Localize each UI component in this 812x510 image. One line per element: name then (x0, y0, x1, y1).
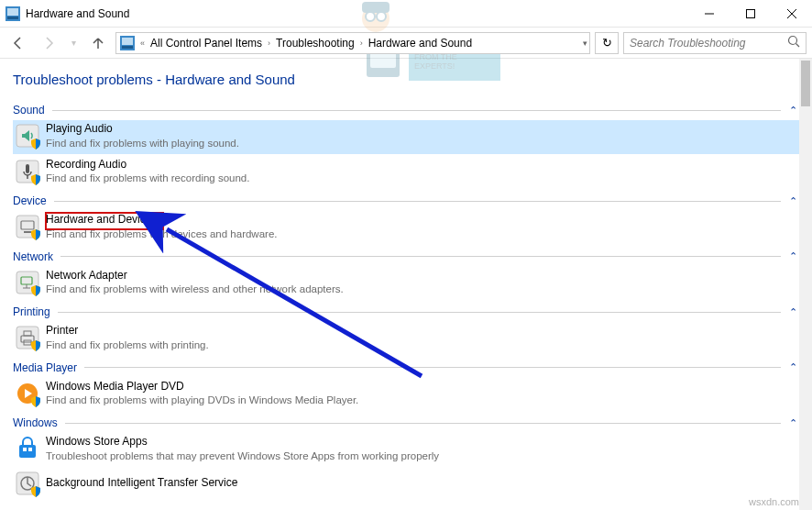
item-title: Recording Audio (46, 158, 249, 172)
page-title: Troubleshoot problems - Hardware and Sou… (13, 72, 799, 87)
item-text: Windows Media Player DVD Find and fix pr… (46, 380, 358, 408)
shield-icon (29, 395, 42, 408)
mic-icon (15, 159, 40, 184)
item-description: Find and fix problems with wireless and … (46, 283, 344, 296)
chevron-down-icon[interactable]: ▾ (583, 39, 587, 48)
item-title: Windows Store Apps (46, 435, 439, 449)
search-input[interactable] (624, 37, 782, 50)
section-header[interactable]: Network⌃ (13, 250, 799, 263)
network-icon (15, 270, 40, 295)
store-icon (15, 436, 40, 461)
collapse-icon[interactable]: ⌃ (786, 195, 799, 207)
item-title: Network Adapter (46, 269, 344, 283)
forward-button[interactable] (36, 30, 61, 56)
svg-rect-10 (746, 9, 754, 17)
item-title: Hardware and Devices (46, 213, 278, 227)
section-title: Media Player (13, 361, 77, 374)
section-divider (60, 256, 781, 257)
troubleshooter-item[interactable]: Hardware and Devices Find and fix proble… (13, 211, 799, 245)
maximize-button[interactable] (730, 0, 771, 27)
collapse-icon[interactable]: ⌃ (786, 250, 799, 262)
chevron-right-icon: › (358, 39, 365, 48)
collapse-icon[interactable]: ⌃ (786, 417, 799, 429)
chevron-left-icon[interactable]: « (138, 39, 147, 48)
close-button[interactable] (771, 0, 812, 27)
window-controls (688, 0, 812, 27)
section-header[interactable]: Windows⌃ (13, 416, 799, 429)
breadcrumb[interactable]: « All Control Panel Items › Troubleshoot… (115, 32, 590, 54)
section-header[interactable]: Device⌃ (13, 194, 799, 207)
breadcrumb-item[interactable]: Troubleshooting (272, 37, 358, 50)
back-button[interactable] (5, 30, 31, 56)
shield-icon (29, 228, 42, 241)
section-divider (65, 423, 781, 424)
item-description: Find and fix problems with devices and h… (46, 227, 278, 241)
svg-point-16 (789, 37, 797, 45)
item-description: Find and fix problems with printing. (46, 338, 209, 352)
speaker-icon (15, 123, 40, 149)
vertical-scrollbar[interactable] (799, 59, 812, 510)
bits-icon (15, 471, 40, 496)
item-title: Playing Audio (46, 122, 239, 137)
section-divider (54, 201, 781, 202)
refresh-button[interactable]: ↻ (595, 32, 619, 54)
item-description: Find and fix problems with playing DVDs … (46, 394, 358, 407)
item-text: Windows Store Apps Troubleshoot problems… (46, 435, 439, 463)
control-panel-icon (120, 36, 135, 50)
content-area: Troubleshoot problems - Hardware and Sou… (0, 59, 812, 510)
breadcrumb-item[interactable]: All Control Panel Items (147, 37, 266, 50)
item-title: Background Intelligent Transfer Service (46, 476, 237, 491)
troubleshooter-item[interactable]: Windows Store Apps Troubleshoot problems… (13, 433, 799, 467)
search-box[interactable] (623, 32, 807, 54)
section-title: Sound (13, 104, 45, 116)
shield-icon (29, 284, 42, 297)
collapse-icon[interactable]: ⌃ (786, 306, 799, 318)
item-text: Background Intelligent Transfer Service (46, 476, 237, 491)
item-text: Hardware and Devices Find and fix proble… (46, 213, 278, 241)
breadcrumb-item[interactable]: Hardware and Sound (365, 37, 476, 50)
troubleshooter-item[interactable]: Printer Find and fix problems with print… (13, 322, 799, 356)
item-description: Troubleshoot problems that may prevent W… (46, 449, 439, 463)
section-title: Device (13, 194, 47, 207)
section-title: Printing (13, 305, 50, 318)
history-dropdown[interactable]: ▾ (66, 30, 81, 56)
collapse-icon[interactable]: ⌃ (786, 361, 799, 373)
item-text: Playing Audio Find and fix problems with… (46, 122, 239, 150)
control-panel-icon (5, 6, 20, 21)
svg-rect-14 (122, 38, 133, 45)
up-button[interactable] (85, 30, 111, 56)
svg-rect-15 (122, 46, 133, 49)
section-title: Windows (13, 416, 58, 429)
watermark-footer: wsxdn.com (749, 496, 799, 507)
section-header[interactable]: Printing⌃ (13, 305, 799, 318)
troubleshooter-item[interactable]: Windows Media Player DVD Find and fix pr… (13, 378, 799, 412)
troubleshooter-item[interactable]: Network Adapter Find and fix problems wi… (13, 267, 799, 301)
troubleshooter-item[interactable]: Recording Audio Find and fix problems wi… (13, 156, 799, 190)
item-text: Recording Audio Find and fix problems wi… (46, 158, 249, 186)
shield-icon (29, 173, 42, 186)
section-divider (84, 367, 781, 368)
item-description: Find and fix problems with recording sou… (46, 172, 249, 185)
item-title: Windows Media Player DVD (46, 380, 358, 394)
device-icon (15, 214, 40, 239)
shield-icon (29, 138, 42, 150)
section-divider (58, 312, 781, 313)
section-header[interactable]: Media Player⌃ (13, 361, 799, 374)
scrollbar-thumb[interactable] (801, 61, 810, 106)
item-text: Printer Find and fix problems with print… (46, 324, 209, 352)
section-header[interactable]: Sound⌃ (13, 104, 799, 116)
chevron-right-icon: › (266, 39, 272, 48)
search-icon[interactable] (782, 35, 806, 50)
svg-rect-8 (7, 17, 18, 19)
item-title: Printer (46, 324, 209, 338)
wmp-icon (15, 381, 40, 406)
minimize-button[interactable] (688, 0, 730, 27)
shield-icon (29, 339, 42, 352)
troubleshooter-item[interactable]: Background Intelligent Transfer Service (13, 469, 799, 500)
collapse-icon[interactable]: ⌃ (786, 105, 799, 116)
item-description: Find and fix problems with playing sound… (46, 137, 239, 150)
window-title: Hardware and Sound (26, 7, 688, 20)
section-title: Network (13, 250, 53, 263)
troubleshooter-item[interactable]: Playing Audio Find and fix problems with… (13, 120, 799, 154)
svg-rect-7 (7, 8, 18, 16)
